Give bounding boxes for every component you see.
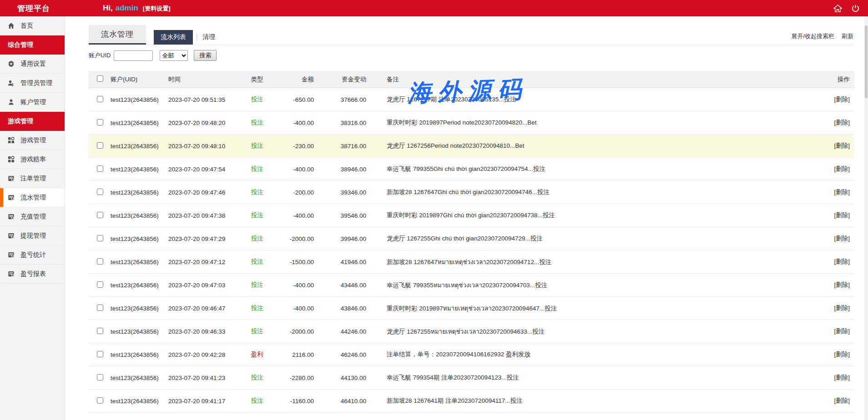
page-title-tab[interactable]: 流水管理 [89, 25, 146, 45]
sidebar-section-label: 游戏管理 [8, 117, 33, 125]
type-select[interactable]: 全部 [160, 50, 188, 61]
sidebar-item[interactable]: 注单管理 [0, 169, 65, 188]
cell-time: 2023-07-20 09:46:33 [168, 328, 243, 335]
row-checkbox[interactable] [97, 212, 103, 218]
row-checkbox[interactable] [97, 281, 103, 288]
cell-amount: -650.00 [271, 96, 314, 103]
cell-amount: -230.00 [271, 143, 314, 150]
sidebar-item[interactable]: 通用设置 [0, 55, 65, 74]
delete-link[interactable]: [删除] [834, 189, 850, 195]
row-checkbox[interactable] [97, 351, 103, 357]
refresh-link[interactable]: 刷新 [842, 32, 853, 40]
uid-label: 账户UID [89, 51, 111, 60]
cell-type: 投注 [243, 235, 271, 243]
greeting: Hi, admin [资料设置] [103, 4, 170, 13]
search-bar: 账户UID 全部 搜索 [89, 50, 854, 61]
cell-change: 41946.00 [314, 259, 366, 265]
cell-amount: 2116.00 [271, 351, 314, 358]
main-area: 流水管理 流水列表 清理 展开/收起搜索栏 刷新 账户UID 全部 搜索 账户(… [66, 16, 868, 420]
table-row: test123(2643856) 2023-07-20 09:46:47 投注 … [89, 297, 854, 320]
row-checkbox[interactable] [97, 142, 103, 149]
delete-link[interactable]: [删除] [834, 235, 850, 242]
scrollbar-thumb[interactable] [865, 25, 868, 98]
delete-link[interactable]: [删除] [834, 258, 850, 265]
delete-link[interactable]: [删除] [834, 351, 850, 358]
delete-link[interactable]: [删除] [834, 119, 850, 126]
sidebar-item-icon [8, 137, 15, 144]
sidebar-item[interactable]: 账户管理 [0, 93, 65, 112]
row-checkbox[interactable] [97, 119, 103, 125]
row-checkbox[interactable] [97, 305, 103, 311]
cell-change: 38946.00 [314, 166, 366, 173]
cell-uid: test123(2643856) [111, 235, 168, 242]
vertical-scrollbar[interactable] [864, 16, 868, 420]
col-type: 类型 [243, 75, 271, 84]
delete-link[interactable]: [删除] [834, 328, 850, 335]
cell-uid: test123(2643856) [111, 328, 168, 335]
sidebar-item-label: 盈亏统计 [20, 251, 46, 259]
table-row: test123(2643856) 2023-07-20 09:41:23 投注 … [89, 366, 854, 390]
delete-link[interactable]: [删除] [834, 397, 850, 404]
delete-link[interactable]: [删除] [834, 305, 850, 311]
toggle-search-bar-link[interactable]: 展开/收起搜索栏 [791, 32, 834, 40]
delete-link[interactable]: [删除] [834, 165, 850, 172]
sidebar-item-label: 注单管理 [20, 175, 46, 183]
table-row: test123(2643856) 2023-07-20 09:47:54 投注 … [89, 158, 854, 181]
sidebar-item-label: 通用设置 [20, 60, 46, 68]
delete-link[interactable]: [删除] [834, 96, 850, 103]
delete-link[interactable]: [删除] [834, 212, 850, 219]
sidebar-item[interactable]: 管理员管理 [0, 74, 65, 93]
tab-clean[interactable]: 清理 [198, 30, 222, 45]
sidebar-item[interactable]: 盈亏统计 [0, 245, 65, 265]
tab-flow-list[interactable]: 流水列表 [154, 30, 193, 45]
sidebar-item[interactable]: 游戏赔率 [0, 150, 65, 169]
delete-link[interactable]: [删除] [834, 281, 850, 288]
cell-type: 投注 [243, 281, 271, 289]
col-remark: 备注 [366, 75, 813, 84]
delete-link[interactable]: [删除] [834, 374, 850, 381]
sidebar-item[interactable]: 盈亏报表 [0, 265, 65, 284]
sidebar-item[interactable]: 首页 [0, 16, 65, 35]
cell-change: 44246.00 [314, 328, 366, 335]
cell-amount: -2000.00 [271, 235, 314, 242]
sidebar-item-label: 首页 [20, 22, 33, 30]
sidebar-section-header: 综合管理 [0, 35, 65, 55]
sidebar-section-label: 综合管理 [8, 41, 33, 49]
sidebar-item[interactable]: 游戏管理 [0, 131, 65, 150]
delete-link[interactable]: [删除] [834, 142, 850, 149]
row-checkbox[interactable] [97, 397, 103, 404]
row-checkbox[interactable] [97, 165, 103, 172]
sidebar-item-icon [8, 60, 15, 67]
row-checkbox[interactable] [97, 374, 103, 380]
cell-remark: 重庆时时彩 2019897Period note20230720094820..… [366, 119, 813, 127]
row-checkbox[interactable] [97, 258, 103, 265]
sidebar-list: 首页 综合管理 通用设置 管理员管理 账户管理 游戏管理 游戏管理 游戏赔率 注… [0, 16, 65, 284]
uid-input[interactable] [114, 50, 153, 61]
cell-type: 投注 [243, 304, 271, 312]
cell-time: 2023-07-20 09:47:54 [168, 166, 243, 173]
sidebar-item[interactable]: 流水管理 [0, 188, 65, 207]
cell-time: 2023-07-20 09:47:03 [168, 282, 243, 289]
row-checkbox[interactable] [97, 235, 103, 241]
cell-uid: test123(2643856) [111, 120, 168, 126]
row-checkbox[interactable] [97, 189, 103, 195]
logout-power-icon[interactable] [851, 4, 860, 13]
search-button[interactable]: 搜索 [194, 50, 217, 61]
cell-amount: -400.00 [271, 212, 314, 219]
sidebar-item[interactable]: 提现管理 [0, 226, 65, 245]
app-title: 管理平台 [17, 3, 50, 14]
home-icon[interactable] [833, 4, 842, 13]
col-change: 资金变动 [314, 75, 366, 84]
row-checkbox[interactable] [97, 96, 103, 102]
cell-remark: 幸运飞艇 799355Ghi chú thời gian202307200947… [366, 165, 813, 173]
username: admin [116, 4, 138, 13]
row-checkbox[interactable] [97, 328, 103, 334]
cell-type: 投注 [243, 142, 271, 150]
cell-type: 投注 [243, 327, 271, 335]
select-all-checkbox[interactable] [97, 75, 103, 82]
profile-settings-link[interactable]: [资料设置] [143, 5, 171, 13]
table-row: test123(2643856) 2023-07-20 09:48:20 投注 … [89, 111, 854, 135]
cell-uid: test123(2643856) [111, 305, 168, 312]
table-row: test123(2643856) 2023-07-20 09:47:38 投注 … [89, 204, 854, 227]
sidebar-item[interactable]: 充值管理 [0, 207, 65, 226]
